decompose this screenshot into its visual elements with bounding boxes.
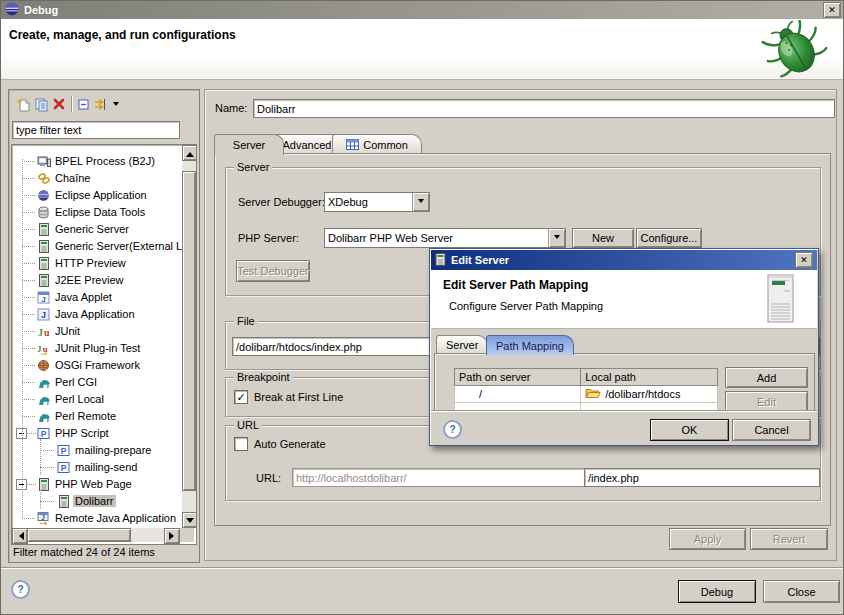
name-input[interactable]: Dolibarr — [253, 99, 835, 118]
chevron-down-icon[interactable] — [548, 229, 565, 247]
url-path-input[interactable]: /index.php — [584, 468, 820, 487]
scroll-up-button[interactable] — [182, 145, 197, 161]
tree-item-perl-remote[interactable]: Perl Remote — [12, 408, 180, 424]
ok-button[interactable]: OK — [650, 419, 729, 441]
configurations-panel: ✦ type filter text BPEL Process (B2J)Cha… — [8, 89, 200, 563]
tab-path-mapping[interactable]: Path Mapping — [486, 335, 574, 355]
php-icon: P — [36, 426, 51, 440]
tab-common[interactable]: Common — [332, 134, 422, 154]
debug-button[interactable]: Debug — [678, 580, 756, 603]
arrow-up-icon — [186, 148, 194, 157]
tree-item-bpel-process-b2j[interactable]: BPEL Process (B2J) — [12, 153, 180, 169]
dialog-button-bar: ? OK Cancel — [431, 410, 817, 445]
filter-menu-button[interactable] — [111, 96, 121, 113]
window-titlebar[interactable]: Debug ✕ — [1, 1, 844, 19]
tree-item-perl-local[interactable]: Perl Local — [12, 391, 180, 407]
close-button[interactable]: Close — [763, 580, 840, 603]
junit-icon: Ju — [36, 324, 51, 338]
tree-item-mailing-send[interactable]: Pmailing-send — [12, 459, 180, 475]
svg-text:J: J — [41, 513, 45, 520]
tree-item-generic-server[interactable]: Generic Server — [12, 221, 180, 237]
vertical-scroll-thumb[interactable] — [182, 171, 196, 491]
name-label: Name: — [215, 102, 247, 114]
break-first-line-checkbox[interactable]: ✓ — [234, 390, 248, 404]
help-icon: ? — [17, 584, 23, 595]
tree-item-j2ee-preview[interactable]: J2EE Preview — [12, 272, 180, 288]
tree-item-mailing-prepare[interactable]: Pmailing-prepare — [12, 442, 180, 458]
duplicate-config-button[interactable] — [32, 96, 50, 113]
auto-generate-checkbox[interactable] — [234, 437, 248, 451]
filter-input-value: type filter text — [16, 124, 81, 136]
close-dialog-button[interactable]: ✕ — [795, 252, 813, 268]
perl-icon — [36, 392, 51, 406]
tree-item-dolibarr[interactable]: Dolibarr — [12, 493, 180, 509]
tree-item-php-web-page[interactable]: PHP Web Page — [12, 476, 180, 492]
filter-input[interactable]: type filter text — [12, 121, 180, 139]
chevron-down-icon — [113, 102, 119, 109]
server-group-title: Server — [234, 161, 272, 173]
tree-item-junit[interactable]: JuJUnit — [12, 323, 180, 339]
config-tree[interactable]: BPEL Process (B2J)ChaîneEclipse Applicat… — [11, 144, 197, 545]
tree-item-http-preview[interactable]: HTTP Preview — [12, 255, 180, 271]
tree-connector-line — [40, 439, 41, 475]
tree-item-junit-plug-in-test[interactable]: JuJUnit Plug-in Test — [12, 340, 180, 356]
apply-button[interactable]: Apply — [669, 528, 746, 550]
url-base-input[interactable]: http://localhostdolibarr/ — [292, 468, 585, 487]
column-header-local-path[interactable]: Local path — [581, 369, 718, 386]
tree-item-java-applet[interactable]: JJava Applet — [12, 289, 180, 305]
edit-mapping-button[interactable]: Edit — [725, 391, 808, 412]
svg-text:u: u — [42, 343, 47, 353]
edit-server-titlebar[interactable]: Edit Server ✕ — [431, 250, 817, 270]
tree-vertical-scrollbar[interactable] — [182, 145, 196, 528]
edit-server-banner: Edit Server Path Mapping Configure Serve… — [431, 270, 817, 329]
server-debugger-select[interactable]: XDebug — [324, 192, 430, 212]
tree-item-cha-ne[interactable]: Chaîne — [12, 170, 180, 186]
new-config-button[interactable]: ✦ — [14, 96, 32, 113]
php-icon: P — [56, 460, 71, 474]
tree-item-osgi-framework[interactable]: OSGi Framework — [12, 357, 180, 373]
config-tabs: Server Advanced Common — [205, 134, 838, 154]
server-icon — [56, 494, 71, 508]
test-debugger-button[interactable]: Test Debugger — [236, 260, 310, 282]
column-header-path-on-server[interactable]: Path on server — [455, 369, 581, 386]
revert-button[interactable]: Revert — [750, 528, 828, 550]
table-row[interactable]: / /dolibarr/htdocs — [455, 386, 718, 403]
tree-item-php-script[interactable]: PPHP Script — [12, 425, 180, 441]
add-mapping-button[interactable]: Add — [725, 367, 808, 388]
horizontal-scroll-thumb[interactable] — [27, 528, 131, 542]
tree-item-remote-java-application[interactable]: JRemote Java Application — [12, 510, 180, 526]
close-window-button[interactable]: ✕ — [823, 2, 841, 18]
filter-button[interactable] — [93, 96, 111, 113]
path-mapping-table[interactable]: Path on serverLocal path / /dolibarr/htd… — [454, 368, 718, 412]
eclipse-logo-icon — [5, 2, 19, 18]
dialog-subheading: Configure Server Path Mapping — [449, 300, 603, 312]
cell-path-on-server: / — [455, 386, 581, 403]
configure-server-button[interactable]: Configure... — [636, 228, 702, 248]
junit-plugin-icon: Ju — [36, 341, 51, 355]
new-server-button[interactable]: New — [572, 228, 634, 248]
chevron-down-icon[interactable] — [412, 193, 429, 211]
configurations-toolbar: ✦ — [10, 91, 196, 117]
tree-item-eclipse-data-tools[interactable]: Eclipse Data Tools — [12, 204, 180, 220]
server-icon — [36, 239, 51, 253]
svg-text:P: P — [41, 428, 47, 438]
tab-server[interactable]: Server — [214, 134, 284, 155]
delete-config-button[interactable] — [50, 96, 68, 113]
dialog-help-button[interactable]: ? — [443, 420, 462, 439]
scroll-right-button[interactable] — [164, 528, 180, 544]
scroll-down-button[interactable] — [182, 512, 197, 528]
tree-horizontal-scrollbar[interactable] — [12, 528, 180, 542]
cancel-button[interactable]: Cancel — [732, 419, 811, 441]
svg-text:P: P — [61, 462, 67, 472]
tab-dialog-server[interactable]: Server — [436, 335, 488, 354]
tree-item-generic-server-external-la[interactable]: Generic Server(External La — [12, 238, 180, 254]
collapse-all-button[interactable] — [75, 96, 93, 113]
tree-item-eclipse-application[interactable]: Eclipse Application — [12, 187, 180, 203]
php-server-select[interactable]: Dolibarr PHP Web Server — [324, 228, 566, 248]
tree-item-perl-cgi[interactable]: Perl CGI — [12, 374, 180, 390]
filter-status: Filter matched 24 of 24 items — [13, 546, 155, 558]
tree-item-java-application[interactable]: JJava Application — [12, 306, 180, 322]
close-icon: ✕ — [800, 255, 808, 265]
help-button[interactable]: ? — [11, 580, 30, 599]
scroll-left-button[interactable] — [12, 528, 28, 544]
